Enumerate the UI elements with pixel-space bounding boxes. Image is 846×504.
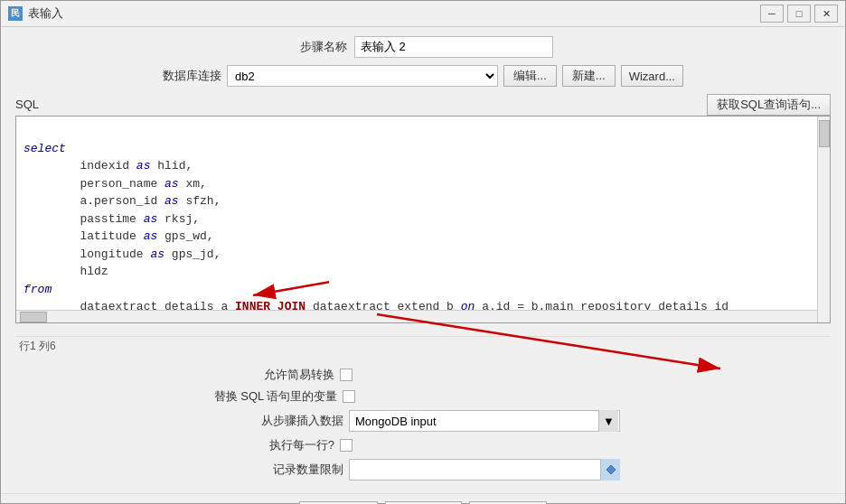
wizard-button[interactable]: Wizard...	[621, 65, 683, 87]
insert-data-row: 从步骤插入数据 MongoDB input ▼	[15, 410, 831, 432]
sql-section: SQL 获取SQL查询语句... select indexid as hlid,…	[15, 94, 831, 356]
new-button[interactable]: 新建...	[562, 65, 616, 87]
record-limit-input[interactable]	[349, 459, 620, 481]
sql-label: SQL	[15, 98, 39, 111]
scroll-thumb-v[interactable]	[819, 120, 830, 147]
sql-container: select indexid as hlid, person_name as x…	[15, 116, 831, 336]
db-select[interactable]: db2	[227, 65, 498, 87]
exec-each-label: 执行每一行?	[217, 437, 334, 453]
simple-convert-row: 允许简易转换	[15, 367, 831, 383]
simple-convert-label: 允许简易转换	[217, 367, 334, 383]
horizontal-scrollbar[interactable]	[16, 310, 817, 322]
insert-data-label: 从步骤插入数据	[226, 413, 343, 429]
sql-editor[interactable]: select indexid as hlid, person_name as x…	[16, 117, 830, 323]
svg-marker-4	[606, 465, 616, 474]
record-limit-row: 记录数量限制	[15, 459, 831, 481]
get-sql-button[interactable]: 获取SQL查询语句...	[707, 94, 831, 116]
edit-button[interactable]: 编辑...	[503, 65, 557, 87]
replace-vars-checkbox[interactable]	[343, 390, 355, 403]
replace-vars-label: 替换 SQL 语句里的变量	[214, 388, 338, 405]
title-bar-controls: ─ □ ✕	[760, 5, 838, 23]
status-bar: 行1 列6	[15, 336, 831, 356]
footer-buttons: 确定(O) 预览(P) 取消(C)	[1, 493, 845, 504]
db-label: 数据库连接	[163, 68, 221, 84]
main-window: 民 表输入 ─ □ ✕ 步骤名称 数据库连接 db2 编辑... 新建... W…	[0, 0, 846, 504]
step-name-input[interactable]	[354, 36, 553, 58]
window-icon: 民	[8, 6, 23, 21]
close-button[interactable]: ✕	[814, 5, 838, 23]
scroll-thumb-h[interactable]	[20, 312, 47, 322]
exec-each-checkbox[interactable]	[340, 439, 352, 452]
title-bar-left: 民 表输入	[8, 5, 63, 22]
db-row: 数据库连接 db2 编辑... 新建... Wizard...	[15, 65, 831, 87]
simple-convert-checkbox[interactable]	[340, 369, 352, 381]
record-limit-wrapper	[349, 459, 620, 481]
vertical-scrollbar[interactable]	[817, 117, 830, 322]
status-text: 行1 列6	[19, 340, 56, 352]
title-bar: 民 表输入 ─ □ ✕	[1, 1, 845, 27]
window-title: 表输入	[28, 5, 63, 22]
exec-each-row: 执行每一行?	[15, 437, 831, 453]
minimize-button[interactable]: ─	[760, 5, 784, 23]
record-limit-action-button[interactable]	[600, 459, 620, 481]
options-section: 允许简易转换 替换 SQL 语句里的变量 从步骤插入数据 MongoDB inp…	[15, 363, 831, 484]
step-name-label: 步骤名称	[293, 39, 347, 55]
insert-data-wrapper: MongoDB input ▼	[349, 410, 620, 432]
insert-data-select[interactable]: MongoDB input	[349, 410, 620, 432]
main-content: 步骤名称 数据库连接 db2 编辑... 新建... Wizard... SQL…	[1, 27, 845, 493]
diamond-icon	[606, 464, 616, 475]
maximize-button[interactable]: □	[787, 5, 811, 23]
record-limit-label: 记录数量限制	[226, 462, 343, 478]
replace-vars-row: 替换 SQL 语句里的变量	[15, 388, 831, 405]
step-name-row: 步骤名称	[15, 36, 831, 58]
